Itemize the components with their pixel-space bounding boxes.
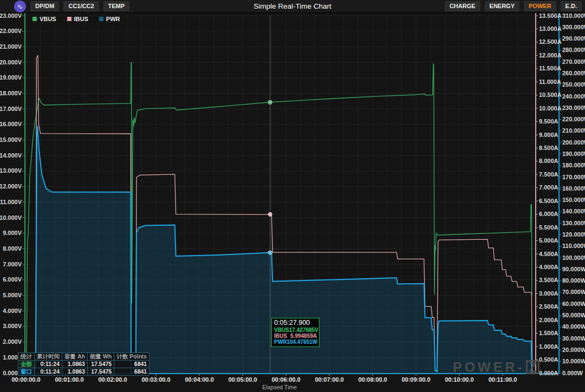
- svg-text:180.000W: 180.000W: [562, 162, 585, 168]
- svg-text:90.000W: 90.000W: [562, 266, 585, 272]
- stats-total-time: 0:11:24: [35, 361, 62, 368]
- svg-text:5.500A: 5.500A: [539, 224, 558, 231]
- stats-col-points: 计数 Points: [114, 353, 150, 361]
- svg-text:18.000V: 18.000V: [0, 90, 22, 96]
- svg-text:9.000A: 9.000A: [539, 132, 558, 138]
- svg-text:210.000W: 210.000W: [562, 127, 585, 134]
- chart-legend: VBUS IBUS PWR: [29, 15, 123, 23]
- svg-text:5.000V: 5.000V: [3, 292, 22, 298]
- app-logo-icon[interactable]: ∿: [14, 1, 26, 12]
- svg-text:2.000V: 2.000V: [3, 338, 22, 345]
- svg-text:160.000W: 160.000W: [562, 185, 585, 192]
- svg-text:15.000V: 15.000V: [0, 136, 22, 143]
- svg-text:70.000W: 70.000W: [562, 289, 585, 295]
- cursor-pwr-label: PWR: [274, 339, 287, 345]
- svg-text:170.000W: 170.000W: [562, 174, 585, 180]
- stats-header-row: 统计 累计时间 容量 Ah 能量 Wh 计数 Points: [18, 353, 150, 361]
- tab-ed[interactable]: E.D.: [561, 1, 582, 11]
- svg-text:00:04:00.0: 00:04:00.0: [185, 376, 213, 383]
- svg-text:270.000W: 270.000W: [562, 58, 585, 65]
- svg-text:10.000W: 10.000W: [562, 358, 585, 364]
- stats-total-energy: 17.5475: [87, 361, 114, 368]
- svg-text:30.000W: 30.000W: [562, 335, 585, 342]
- svg-text:00:06:00.0: 00:06:00.0: [271, 376, 300, 383]
- tab-charge[interactable]: CHARGE: [445, 1, 480, 11]
- cursor-ibus-value: 5.994859A: [290, 333, 317, 339]
- svg-text:8.000V: 8.000V: [3, 245, 22, 252]
- svg-text:6.000V: 6.000V: [3, 276, 22, 283]
- svg-text:00:05:00.0: 00:05:00.0: [228, 376, 257, 383]
- svg-text:19.000V: 19.000V: [0, 74, 22, 81]
- svg-text:13.000A: 13.000A: [539, 25, 562, 32]
- svg-text:2.500A: 2.500A: [539, 303, 558, 310]
- svg-text:4.500A: 4.500A: [539, 251, 558, 257]
- stats-col-time: 累计时间: [35, 353, 62, 361]
- svg-text:7.500A: 7.500A: [539, 171, 558, 178]
- stats-window-time: 0:11:24: [35, 368, 62, 376]
- svg-text:00:10:00.0: 00:10:00.0: [445, 376, 473, 383]
- svg-text:140.000W: 140.000W: [562, 208, 585, 214]
- stats-row-window: 窗口 0:11:24 1.0863 17.5475 6841: [18, 368, 150, 376]
- stats-total-label: 全部: [18, 361, 35, 368]
- svg-text:280.000W: 280.000W: [562, 47, 585, 53]
- cursor-vbus-label: VBUS: [274, 327, 289, 333]
- legend-item-ibus[interactable]: IBUS: [67, 16, 88, 22]
- stats-col-capacity: 容量 Ah: [62, 353, 88, 361]
- svg-text:11.000V: 11.000V: [0, 199, 22, 205]
- svg-text:8.500A: 8.500A: [539, 145, 558, 151]
- svg-text:260.000W: 260.000W: [562, 70, 585, 76]
- svg-text:190.000W: 190.000W: [562, 151, 585, 157]
- legend-item-pwr[interactable]: PWR: [99, 16, 120, 22]
- svg-text:1.500A: 1.500A: [539, 330, 558, 336]
- svg-text:00:00:00.0: 00:00:00.0: [11, 376, 40, 383]
- svg-text:3.000A: 3.000A: [539, 290, 558, 297]
- svg-text:00:01:00.0: 00:01:00.0: [55, 376, 83, 383]
- svg-text:0.500A: 0.500A: [539, 356, 558, 363]
- app-window: 0.000V1.000V2.000V3.000V4.000V5.000V6.00…: [0, 0, 585, 392]
- legend-label-vbus: VBUS: [40, 16, 56, 22]
- svg-text:12.000V: 12.000V: [0, 183, 22, 190]
- tab-energy[interactable]: ENERGY: [485, 1, 519, 11]
- svg-text:7.000V: 7.000V: [3, 261, 22, 267]
- svg-text:120.000W: 120.000W: [562, 231, 585, 238]
- svg-text:220.000W: 220.000W: [562, 116, 585, 122]
- svg-text:0.000W: 0.000W: [562, 370, 583, 376]
- svg-text:17.000V: 17.000V: [0, 106, 22, 112]
- tab-power[interactable]: POWER: [524, 1, 556, 11]
- svg-text:130.000W: 130.000W: [562, 220, 585, 226]
- stats-row-total: 全部 0:11:24 1.0863 17.5475 6841: [18, 361, 150, 368]
- stats-window-label: 窗口: [18, 368, 35, 376]
- pwr-swatch-icon: [99, 17, 103, 21]
- svg-text:13.000V: 13.000V: [0, 167, 22, 174]
- svg-text:4.000V: 4.000V: [3, 308, 22, 314]
- svg-text:12.500A: 12.500A: [539, 38, 562, 45]
- svg-text:13.500A: 13.500A: [539, 12, 562, 19]
- cursor-time: 0:05:27.900: [274, 319, 317, 326]
- svg-text:240.000W: 240.000W: [562, 93, 585, 100]
- top-bar: ∿ DP/DM CC1/CC2 TEMP Simple Real-Time Ch…: [0, 0, 585, 13]
- svg-text:00:08:00.0: 00:08:00.0: [358, 376, 387, 383]
- svg-text:14.000V: 14.000V: [0, 152, 22, 159]
- ibus-swatch-icon: [67, 17, 72, 21]
- svg-text:5.000A: 5.000A: [539, 237, 558, 244]
- svg-text:310.000W: 310.000W: [562, 12, 585, 19]
- svg-text:6.500A: 6.500A: [539, 198, 558, 204]
- cursor-tooltip: 0:05:27.900 VBUS 17.427685V IBUS 5.99485…: [271, 318, 320, 347]
- watermark-z: Z: [526, 360, 540, 374]
- cursor-row-pwr: PWR 104.47651W: [274, 339, 317, 345]
- stats-table: 统计 累计时间 容量 Ah 能量 Wh 计数 Points 全部 0:11:24…: [18, 352, 150, 376]
- legend-label-pwr: PWR: [106, 16, 120, 22]
- stats-col-type: 统计: [18, 353, 35, 361]
- svg-text:100.000W: 100.000W: [562, 254, 585, 261]
- svg-text:200.000W: 200.000W: [562, 139, 585, 146]
- vbus-swatch-icon: [32, 17, 37, 21]
- svg-text:300.000W: 300.000W: [562, 24, 585, 30]
- stats-total-capacity: 1.0863: [62, 361, 88, 368]
- svg-text:150.000W: 150.000W: [562, 197, 585, 203]
- svg-text:10.000V: 10.000V: [0, 214, 22, 221]
- svg-text:3.000V: 3.000V: [3, 323, 22, 329]
- svg-text:50.000W: 50.000W: [562, 312, 585, 318]
- cursor-pwr-value: 104.47651W: [287, 339, 317, 345]
- legend-item-vbus[interactable]: VBUS: [32, 16, 56, 22]
- svg-text:23.000V: 23.000V: [0, 12, 22, 19]
